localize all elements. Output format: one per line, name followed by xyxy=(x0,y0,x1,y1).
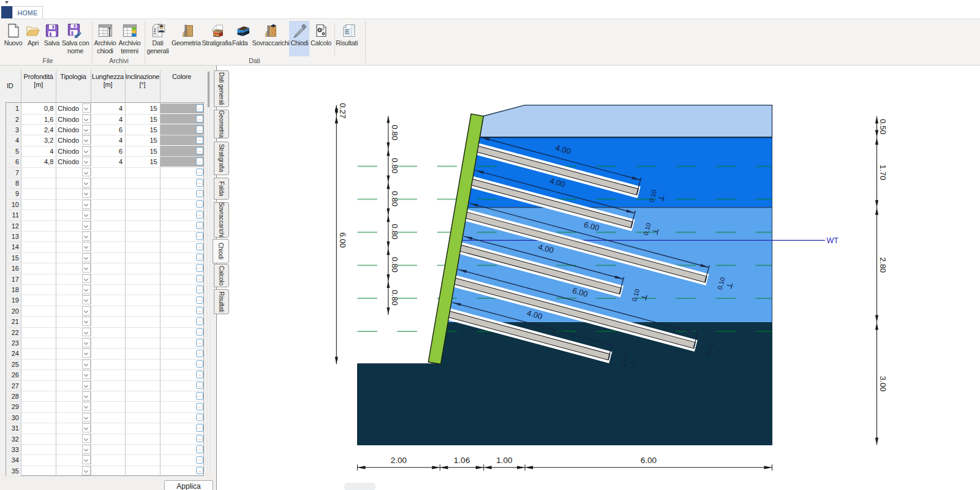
svg-text:0.80: 0.80 xyxy=(390,257,399,272)
svg-text:0.80: 0.80 xyxy=(390,158,399,173)
svg-text:0.80: 0.80 xyxy=(390,224,399,239)
svg-text:6.00: 6.00 xyxy=(641,456,657,465)
svg-text:3.00: 3.00 xyxy=(878,376,888,391)
svg-text:1.70: 1.70 xyxy=(878,165,888,180)
svg-text:6.00: 6.00 xyxy=(338,232,347,247)
svg-text:WT: WT xyxy=(827,236,839,245)
svg-text:2.80: 2.80 xyxy=(878,257,888,273)
svg-text:0.80: 0.80 xyxy=(390,191,399,206)
svg-text:2.00: 2.00 xyxy=(391,456,407,465)
svg-text:0.80: 0.80 xyxy=(390,125,399,140)
svg-text:1.06: 1.06 xyxy=(454,456,470,465)
svg-text:0.27: 0.27 xyxy=(338,103,347,118)
svg-text:0.80: 0.80 xyxy=(390,290,399,305)
svg-text:1.00: 1.00 xyxy=(496,456,512,465)
svg-text:0.50: 0.50 xyxy=(878,119,888,134)
